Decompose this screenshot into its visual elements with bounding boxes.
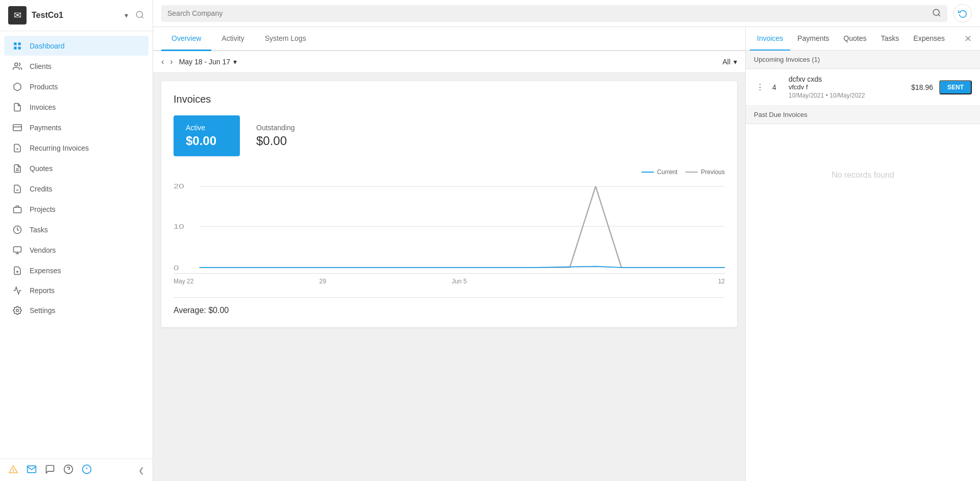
svg-rect-3 — [18, 42, 21, 45]
invoice-details: dcfxv cxds vfcdv f 10/May/2021 • 10/May/… — [789, 75, 896, 99]
chat-icon[interactable] — [45, 464, 55, 476]
info-icon[interactable] — [82, 464, 92, 476]
right-tab-tasks[interactable]: Tasks — [874, 27, 906, 51]
search-box[interactable] — [161, 5, 947, 22]
invoice-date-end: 10/May/2022 — [829, 92, 865, 99]
box-icon — [12, 82, 22, 91]
sidebar-item-quotes[interactable]: Quotes — [4, 158, 149, 178]
sidebar-item-clients[interactable]: Clients — [4, 56, 149, 76]
right-tab-payments[interactable]: Payments — [790, 27, 836, 51]
quote-icon — [12, 164, 22, 173]
svg-text:20: 20 — [174, 183, 184, 189]
svg-rect-34 — [14, 207, 21, 213]
sidebar-item-reports[interactable]: Reports — [4, 281, 149, 300]
sidebar-item-payments[interactable]: Payments — [4, 117, 149, 137]
sidebar-item-recurring[interactable]: Recurring Invoices — [4, 138, 149, 158]
chart-legend: Current Previous — [174, 169, 725, 176]
active-value: $0.00 — [186, 134, 228, 148]
dropdown-icon[interactable]: ▾ — [125, 11, 128, 19]
right-tab-expenses[interactable]: Expenses — [906, 27, 952, 51]
sent-status-button[interactable]: SENT — [939, 80, 972, 94]
invoice-menu-button[interactable]: ⋮ — [754, 80, 766, 94]
sidebar-item-products[interactable]: Products — [4, 77, 149, 97]
warning-icon[interactable] — [8, 464, 18, 476]
invoice-dates: 10/May/2021 • 10/May/2022 — [789, 92, 896, 99]
dashboard-tabs: Overview Activity System Logs — [153, 27, 745, 51]
svg-text:0: 0 — [174, 264, 179, 271]
sidebar-label-quotes: Quotes — [30, 164, 125, 173]
sidebar-label-tasks: Tasks — [30, 226, 125, 234]
sidebar-item-vendors[interactable]: Vendors — [4, 240, 149, 260]
center-content: Overview Activity System Logs ‹ › May 18… — [153, 27, 745, 481]
right-tab-quotes[interactable]: Quotes — [837, 27, 874, 51]
tab-activity[interactable]: Activity — [211, 27, 254, 51]
help-icon[interactable] — [63, 464, 74, 476]
average-text: Average: $0.00 — [174, 297, 725, 315]
close-right-panel-button[interactable]: ✕ — [960, 29, 976, 49]
collapse-sidebar-button[interactable]: ❮ — [138, 466, 144, 474]
all-filter-selector[interactable]: All ▾ — [722, 58, 737, 66]
previous-line-indicator — [685, 172, 698, 173]
svg-rect-4 — [14, 46, 16, 49]
history-button[interactable] — [953, 4, 972, 22]
sidebar-item-tasks[interactable]: Tasks — [4, 220, 149, 239]
sidebar: ✉ TestCo1 ▾ Dashboard Clients — [0, 0, 153, 481]
date-range-selector[interactable]: May 18 - Jun 17 ▾ — [179, 58, 237, 66]
date-range-text: May 18 - Jun 17 — [179, 58, 230, 66]
svg-rect-18 — [13, 125, 22, 131]
svg-text:10: 10 — [174, 223, 184, 230]
sidebar-item-expenses[interactable]: Expenses — [4, 260, 149, 280]
reports-icon — [12, 286, 22, 295]
search-icon-sidebar[interactable] — [135, 10, 144, 21]
invoices-card: Invoices Active $0.00 Outstanding $0.00 — [161, 81, 737, 327]
active-label: Active — [186, 124, 228, 132]
sidebar-item-projects[interactable]: Projects — [4, 199, 149, 219]
invoice-date-start: 10/May/2021 — [789, 92, 824, 99]
email-icon[interactable] — [27, 464, 37, 476]
sidebar-label-invoices: Invoices — [30, 103, 125, 111]
invoice-number: 4 — [772, 83, 782, 91]
sidebar-item-dashboard[interactable]: Dashboard — [4, 36, 149, 56]
people-icon — [12, 62, 22, 71]
x-label-29: 29 — [320, 278, 326, 285]
svg-point-59 — [933, 9, 939, 15]
search-input[interactable] — [167, 9, 928, 17]
past-due-title: Past Due Invoices — [754, 111, 807, 118]
briefcase-icon — [12, 205, 22, 214]
credit-icon — [12, 184, 22, 194]
legend-previous-label: Previous — [701, 169, 725, 176]
vendor-icon — [12, 246, 22, 255]
svg-point-53 — [16, 309, 19, 312]
sidebar-label-reports: Reports — [30, 286, 140, 295]
outstanding-box: Outstanding $0.00 — [256, 115, 295, 156]
outstanding-value: $0.00 — [256, 134, 295, 148]
invoice-chart: 20 10 0 — [174, 182, 725, 274]
expense-icon — [12, 266, 22, 275]
current-line-indicator — [642, 172, 654, 173]
sidebar-item-settings[interactable]: Settings — [4, 301, 149, 320]
next-period-button[interactable]: › — [170, 57, 173, 66]
invoice-amount: $18.96 — [902, 83, 933, 91]
upcoming-invoices-header: Upcoming Invoices (1) — [746, 51, 980, 69]
x-label-jun5: Jun 5 — [452, 278, 467, 285]
company-logo: ✉ — [8, 6, 27, 25]
search-icon — [932, 8, 941, 19]
sidebar-label-expenses: Expenses — [30, 267, 125, 275]
past-due-section: Past Due Invoices No records found — [746, 106, 980, 481]
chart-x-labels: May 22 29 Jun 5 12 — [174, 274, 725, 289]
invoice-client-name: dcfxv cxds — [789, 75, 896, 83]
recurring-icon — [12, 143, 22, 153]
sidebar-item-credits[interactable]: Credits — [4, 179, 149, 199]
x-label-12: 12 — [718, 278, 725, 285]
grid-icon — [12, 41, 22, 51]
tab-system-logs[interactable]: System Logs — [255, 27, 316, 51]
right-tab-invoices[interactable]: Invoices — [750, 27, 790, 51]
prev-period-button[interactable]: ‹ — [161, 57, 164, 66]
right-panel-tabs: Invoices Payments Quotes Tasks Expenses … — [746, 27, 980, 51]
company-name: TestCo1 — [32, 11, 119, 20]
invoice-icon — [12, 103, 22, 112]
svg-line-7 — [138, 46, 139, 48]
tab-overview[interactable]: Overview — [161, 27, 211, 51]
sidebar-item-invoices[interactable]: Invoices — [4, 97, 149, 117]
sidebar-label-clients: Clients — [30, 62, 125, 70]
